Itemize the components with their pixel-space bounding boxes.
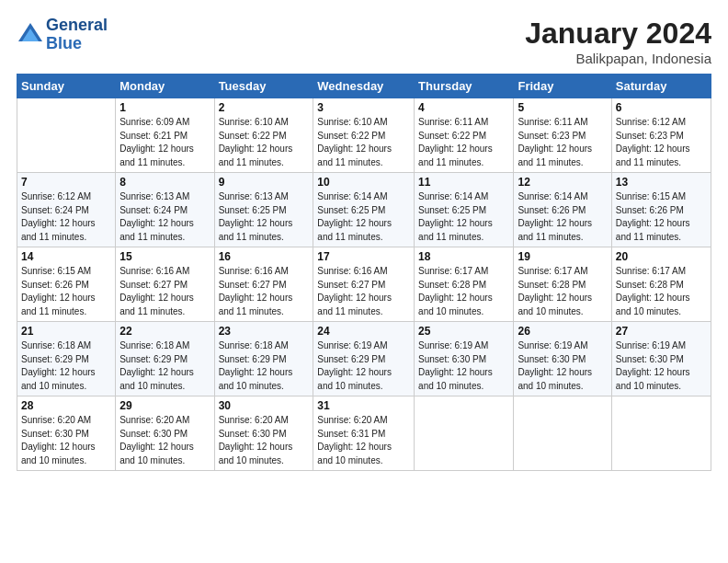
day-info: Sunrise: 6:19 AMSunset: 6:30 PMDaylight:… bbox=[418, 339, 509, 393]
day-info: Sunrise: 6:16 AMSunset: 6:27 PMDaylight:… bbox=[317, 265, 410, 318]
day-number: 28 bbox=[21, 399, 111, 412]
day-info: Sunrise: 6:13 AMSunset: 6:25 PMDaylight:… bbox=[219, 190, 310, 244]
day-info: Sunrise: 6:11 AMSunset: 6:23 PMDaylight:… bbox=[518, 116, 607, 169]
day-info: Sunrise: 6:11 AMSunset: 6:22 PMDaylight:… bbox=[418, 116, 509, 169]
day-info: Sunrise: 6:20 AMSunset: 6:30 PMDaylight:… bbox=[21, 414, 111, 467]
day-number: 24 bbox=[317, 325, 410, 338]
day-info: Sunrise: 6:16 AMSunset: 6:27 PMDaylight:… bbox=[219, 265, 310, 318]
title-block: January 2024 Balikpapan, Indonesia bbox=[525, 17, 711, 66]
calendar-cell: 14Sunrise: 6:15 AMSunset: 6:26 PMDayligh… bbox=[17, 247, 116, 322]
day-info: Sunrise: 6:17 AMSunset: 6:28 PMDaylight:… bbox=[418, 265, 509, 318]
calendar-week-row: 1Sunrise: 6:09 AMSunset: 6:21 PMDaylight… bbox=[17, 98, 711, 173]
day-number: 10 bbox=[317, 176, 410, 189]
day-number: 27 bbox=[616, 325, 707, 338]
day-info: Sunrise: 6:18 AMSunset: 6:29 PMDaylight:… bbox=[219, 339, 310, 393]
day-info: Sunrise: 6:19 AMSunset: 6:29 PMDaylight:… bbox=[317, 339, 410, 393]
calendar-cell: 18Sunrise: 6:17 AMSunset: 6:28 PMDayligh… bbox=[415, 247, 514, 322]
day-number: 15 bbox=[119, 250, 210, 263]
calendar-cell: 25Sunrise: 6:19 AMSunset: 6:30 PMDayligh… bbox=[415, 322, 514, 396]
calendar-header-saturday: Saturday bbox=[611, 75, 711, 98]
day-info: Sunrise: 6:16 AMSunset: 6:27 PMDaylight:… bbox=[119, 265, 210, 318]
day-info: Sunrise: 6:20 AMSunset: 6:31 PMDaylight:… bbox=[317, 414, 410, 467]
day-number: 16 bbox=[219, 250, 310, 263]
calendar-cell: 5Sunrise: 6:11 AMSunset: 6:23 PMDaylight… bbox=[514, 98, 611, 173]
calendar-cell: 6Sunrise: 6:12 AMSunset: 6:23 PMDaylight… bbox=[611, 98, 711, 173]
day-info: Sunrise: 6:10 AMSunset: 6:22 PMDaylight:… bbox=[219, 116, 310, 169]
day-info: Sunrise: 6:15 AMSunset: 6:26 PMDaylight:… bbox=[616, 190, 707, 244]
calendar-cell: 13Sunrise: 6:15 AMSunset: 6:26 PMDayligh… bbox=[611, 173, 711, 247]
day-number: 22 bbox=[119, 325, 210, 338]
day-number: 6 bbox=[616, 101, 707, 114]
calendar-header-row: SundayMondayTuesdayWednesdayThursdayFrid… bbox=[17, 75, 711, 98]
calendar-cell: 8Sunrise: 6:13 AMSunset: 6:24 PMDaylight… bbox=[116, 173, 214, 247]
day-info: Sunrise: 6:20 AMSunset: 6:30 PMDaylight:… bbox=[219, 414, 310, 467]
day-info: Sunrise: 6:18 AMSunset: 6:29 PMDaylight:… bbox=[21, 339, 111, 393]
calendar-cell bbox=[514, 396, 611, 471]
subtitle: Balikpapan, Indonesia bbox=[525, 51, 711, 66]
calendar-cell: 22Sunrise: 6:18 AMSunset: 6:29 PMDayligh… bbox=[116, 322, 214, 396]
day-info: Sunrise: 6:17 AMSunset: 6:28 PMDaylight:… bbox=[518, 265, 607, 318]
calendar-cell: 29Sunrise: 6:20 AMSunset: 6:30 PMDayligh… bbox=[116, 396, 214, 471]
calendar-cell: 11Sunrise: 6:14 AMSunset: 6:25 PMDayligh… bbox=[415, 173, 514, 247]
day-number: 17 bbox=[317, 250, 410, 263]
header: General Blue January 2024 Balikpapan, In… bbox=[17, 17, 711, 66]
day-number: 29 bbox=[119, 399, 210, 412]
calendar-cell: 26Sunrise: 6:19 AMSunset: 6:30 PMDayligh… bbox=[514, 322, 611, 396]
calendar-cell: 2Sunrise: 6:10 AMSunset: 6:22 PMDaylight… bbox=[214, 98, 313, 173]
day-number: 3 bbox=[317, 101, 410, 114]
calendar-week-row: 7Sunrise: 6:12 AMSunset: 6:24 PMDaylight… bbox=[17, 173, 711, 247]
day-number: 23 bbox=[219, 325, 310, 338]
day-info: Sunrise: 6:19 AMSunset: 6:30 PMDaylight:… bbox=[616, 339, 707, 393]
calendar-table: SundayMondayTuesdayWednesdayThursdayFrid… bbox=[17, 74, 711, 471]
calendar-cell: 21Sunrise: 6:18 AMSunset: 6:29 PMDayligh… bbox=[17, 322, 116, 396]
calendar-cell: 16Sunrise: 6:16 AMSunset: 6:27 PMDayligh… bbox=[214, 247, 313, 322]
calendar-cell: 4Sunrise: 6:11 AMSunset: 6:22 PMDaylight… bbox=[415, 98, 514, 173]
calendar-week-row: 28Sunrise: 6:20 AMSunset: 6:30 PMDayligh… bbox=[17, 396, 711, 471]
day-info: Sunrise: 6:09 AMSunset: 6:21 PMDaylight:… bbox=[119, 116, 210, 169]
calendar-cell: 15Sunrise: 6:16 AMSunset: 6:27 PMDayligh… bbox=[116, 247, 214, 322]
day-info: Sunrise: 6:18 AMSunset: 6:29 PMDaylight:… bbox=[119, 339, 210, 393]
day-number: 20 bbox=[616, 250, 707, 263]
calendar-week-row: 21Sunrise: 6:18 AMSunset: 6:29 PMDayligh… bbox=[17, 322, 711, 396]
day-number: 14 bbox=[21, 250, 111, 263]
logo: General Blue bbox=[17, 17, 108, 53]
day-info: Sunrise: 6:20 AMSunset: 6:30 PMDaylight:… bbox=[119, 414, 210, 467]
day-number: 8 bbox=[119, 176, 210, 189]
day-number: 26 bbox=[518, 325, 607, 338]
day-number: 30 bbox=[219, 399, 310, 412]
day-info: Sunrise: 6:14 AMSunset: 6:26 PMDaylight:… bbox=[518, 190, 607, 244]
calendar-cell: 9Sunrise: 6:13 AMSunset: 6:25 PMDaylight… bbox=[214, 173, 313, 247]
calendar-week-row: 14Sunrise: 6:15 AMSunset: 6:26 PMDayligh… bbox=[17, 247, 711, 322]
calendar-header-tuesday: Tuesday bbox=[214, 75, 313, 98]
day-number: 19 bbox=[518, 250, 607, 263]
day-number: 12 bbox=[518, 176, 607, 189]
calendar-cell: 20Sunrise: 6:17 AMSunset: 6:28 PMDayligh… bbox=[611, 247, 711, 322]
day-number: 11 bbox=[418, 176, 509, 189]
calendar-cell bbox=[17, 98, 116, 173]
day-number: 4 bbox=[418, 101, 509, 114]
day-info: Sunrise: 6:14 AMSunset: 6:25 PMDaylight:… bbox=[418, 190, 509, 244]
day-number: 25 bbox=[418, 325, 509, 338]
calendar-cell: 17Sunrise: 6:16 AMSunset: 6:27 PMDayligh… bbox=[313, 247, 415, 322]
calendar-cell: 27Sunrise: 6:19 AMSunset: 6:30 PMDayligh… bbox=[611, 322, 711, 396]
main-title: January 2024 bbox=[525, 17, 711, 51]
calendar-cell: 12Sunrise: 6:14 AMSunset: 6:26 PMDayligh… bbox=[514, 173, 611, 247]
calendar-cell: 7Sunrise: 6:12 AMSunset: 6:24 PMDaylight… bbox=[17, 173, 116, 247]
calendar-cell: 24Sunrise: 6:19 AMSunset: 6:29 PMDayligh… bbox=[313, 322, 415, 396]
day-info: Sunrise: 6:19 AMSunset: 6:30 PMDaylight:… bbox=[518, 339, 607, 393]
calendar-cell bbox=[415, 396, 514, 471]
day-number: 31 bbox=[317, 399, 410, 412]
calendar-header-sunday: Sunday bbox=[17, 75, 116, 98]
day-number: 9 bbox=[219, 176, 310, 189]
day-info: Sunrise: 6:15 AMSunset: 6:26 PMDaylight:… bbox=[21, 265, 111, 318]
calendar-cell: 30Sunrise: 6:20 AMSunset: 6:30 PMDayligh… bbox=[214, 396, 313, 471]
calendar-cell: 23Sunrise: 6:18 AMSunset: 6:29 PMDayligh… bbox=[214, 322, 313, 396]
day-info: Sunrise: 6:10 AMSunset: 6:22 PMDaylight:… bbox=[317, 116, 410, 169]
day-info: Sunrise: 6:17 AMSunset: 6:28 PMDaylight:… bbox=[616, 265, 707, 318]
day-number: 13 bbox=[616, 176, 707, 189]
calendar-cell: 19Sunrise: 6:17 AMSunset: 6:28 PMDayligh… bbox=[514, 247, 611, 322]
day-info: Sunrise: 6:13 AMSunset: 6:24 PMDaylight:… bbox=[119, 190, 210, 244]
day-info: Sunrise: 6:12 AMSunset: 6:23 PMDaylight:… bbox=[616, 116, 707, 169]
day-number: 2 bbox=[219, 101, 310, 114]
day-number: 5 bbox=[518, 101, 607, 114]
